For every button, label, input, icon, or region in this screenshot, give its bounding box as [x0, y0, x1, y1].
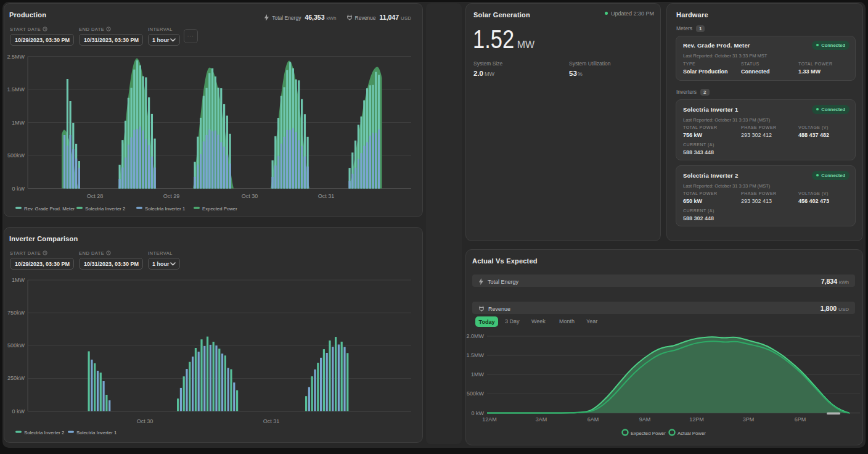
svg-text:750kW: 750kW — [7, 310, 25, 316]
svg-text:6PM: 6PM — [795, 416, 806, 423]
svg-text:Rev. Grade Prod. Meter: Rev. Grade Prod. Meter — [24, 206, 75, 212]
svg-text:12PM: 12PM — [689, 416, 704, 423]
svg-text:Solectria Inverter 1: Solectria Inverter 1 — [145, 206, 185, 212]
svg-text:Expected Power: Expected Power — [631, 431, 666, 436]
svg-text:Actual Power: Actual Power — [678, 431, 706, 436]
svg-text:1.5MW: 1.5MW — [7, 86, 25, 93]
svg-text:Oct 30: Oct 30 — [242, 193, 258, 199]
svg-text:Solectria Inverter 2: Solectria Inverter 2 — [24, 430, 64, 435]
svg-text:Oct 31: Oct 31 — [263, 418, 280, 424]
svg-text:Solectria Inverter 1: Solectria Inverter 1 — [76, 430, 117, 435]
svg-text:500kW: 500kW — [7, 342, 25, 349]
svg-text:3PM: 3PM — [743, 416, 755, 423]
svg-text:9AM: 9AM — [639, 416, 651, 423]
svg-text:1MW: 1MW — [471, 371, 485, 378]
svg-text:3AM: 3AM — [536, 416, 547, 423]
svg-text:12AM: 12AM — [482, 416, 497, 423]
svg-text:1MW: 1MW — [12, 277, 25, 283]
svg-text:0 kW: 0 kW — [12, 408, 25, 415]
svg-text:250kW: 250kW — [7, 375, 25, 381]
svg-text:Oct 29: Oct 29 — [163, 193, 180, 199]
svg-text:0 kW: 0 kW — [12, 186, 25, 192]
svg-text:Expected Power: Expected Power — [202, 206, 237, 212]
svg-text:Oct 30: Oct 30 — [137, 418, 154, 424]
svg-text:0 kW: 0 kW — [471, 410, 484, 416]
svg-text:Solectria Inverter 2: Solectria Inverter 2 — [85, 206, 125, 212]
svg-text:Oct 31: Oct 31 — [318, 193, 335, 199]
svg-text:500kW: 500kW — [7, 152, 25, 159]
svg-text:2.5MW: 2.5MW — [7, 54, 25, 60]
svg-text:1.5MW: 1.5MW — [466, 352, 484, 358]
svg-text:1MW: 1MW — [12, 120, 25, 126]
svg-text:500kW: 500kW — [467, 390, 485, 397]
svg-text:Oct 28: Oct 28 — [87, 193, 104, 199]
svg-text:6AM: 6AM — [588, 416, 599, 423]
svg-text:2.0MW: 2.0MW — [466, 333, 484, 339]
